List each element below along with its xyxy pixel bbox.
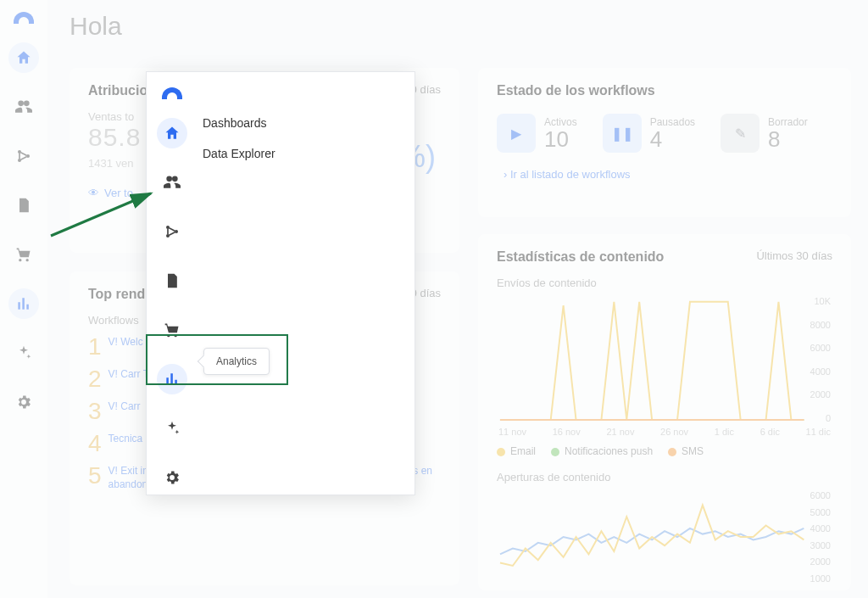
background-dimmed: Hola Atribucion 30 días Ventas to 85.8 1…	[0, 0, 868, 598]
annotation-arrow	[47, 188, 158, 239]
wf-paused: ❚❚ Pausados 4	[603, 114, 695, 153]
home-icon[interactable]	[157, 118, 187, 148]
branch-icon[interactable]	[8, 141, 39, 171]
workflow-list-link[interactable]: › Ir al listado de workflows	[504, 168, 832, 181]
analytics-tooltip: Analytics	[203, 348, 270, 375]
sparkle-icon[interactable]	[157, 413, 187, 444]
document-icon[interactable]	[8, 190, 39, 221]
wf-active: ▶ Activos 10	[497, 114, 577, 153]
gear-icon[interactable]	[157, 462, 187, 493]
home-icon[interactable]	[8, 42, 39, 73]
workflow-status-card: Estado de los workflows ▶ Activos 10 ❚❚ …	[478, 68, 851, 217]
rank-number: 4	[88, 432, 102, 455]
link-dashboards[interactable]: Dashboards	[203, 108, 406, 138]
rank-number: 1	[88, 335, 102, 359]
logo-icon	[14, 12, 34, 24]
rank-text: V! Welc	[108, 335, 143, 349]
eye-icon: 👁	[88, 187, 99, 199]
rank-text: V! Carr	[108, 400, 141, 413]
send-chart: 10K80006000400020000	[497, 296, 832, 423]
legend-push: Notificaciones push	[551, 445, 653, 457]
chart-legend: Email Notificaciones push SMS	[497, 445, 832, 457]
svg-line-6	[51, 193, 151, 236]
cart-icon[interactable]	[8, 239, 39, 270]
branch-icon[interactable]	[157, 216, 187, 247]
svg-point-1	[18, 159, 21, 162]
rank-number: 2	[88, 367, 102, 391]
page-title: Hola	[70, 12, 122, 41]
users-icon[interactable]	[8, 92, 39, 122]
content-stats-period: Últimos 30 días	[756, 249, 832, 265]
legend-email: Email	[497, 445, 536, 457]
workflow-status-title: Estado de los workflows	[497, 83, 832, 98]
pause-icon: ❚❚	[603, 114, 642, 153]
gear-icon[interactable]	[8, 387, 39, 417]
chart-icon[interactable]	[157, 364, 187, 394]
chart-icon[interactable]	[8, 288, 39, 319]
pencil-icon: ✎	[721, 114, 760, 153]
cart-icon[interactable]	[157, 315, 187, 345]
content-stats-title: Estadísticas de contenido	[497, 249, 664, 265]
send-title: Envíos de contenido	[497, 277, 832, 289]
logo-icon	[162, 87, 182, 99]
link-data-explorer[interactable]: Data Explorer	[203, 138, 406, 169]
legend-sms: SMS	[668, 445, 704, 457]
sparkle-icon[interactable]	[8, 338, 39, 368]
send-chart-xaxis: 11 nov16 nov21 nov26 nov1 dic6 dic11 dic	[498, 427, 831, 437]
play-icon: ▶	[497, 114, 536, 153]
rank-number: 5	[88, 464, 102, 488]
svg-point-2	[26, 154, 30, 158]
wf-draft: ✎ Borrador 8	[721, 114, 808, 153]
open-title: Aperturas de contenido	[497, 471, 832, 483]
sidebar	[0, 0, 47, 598]
popover-icon-rail	[147, 72, 198, 495]
rank-number: 3	[88, 400, 102, 423]
top-perf-title: Top rendi	[88, 287, 149, 302]
popover-links: Dashboards Data Explorer	[198, 72, 415, 495]
document-icon[interactable]	[157, 265, 187, 296]
users-icon[interactable]	[157, 167, 187, 198]
nav-popover: Dashboards Data Explorer	[146, 71, 415, 495]
content-stats-card: Estadísticas de contenido Últimos 30 día…	[478, 234, 851, 590]
svg-point-0	[18, 150, 21, 154]
open-chart: 600050004000300020001000	[497, 490, 832, 584]
